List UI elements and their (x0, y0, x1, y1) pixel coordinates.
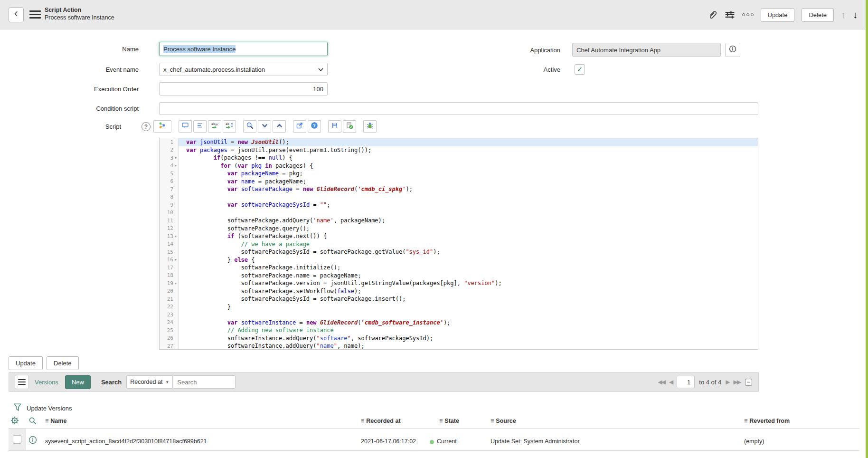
script-code-editor[interactable]: 123▼4▼5678910111213▼141516▼171819▼202122… (159, 138, 758, 350)
open-editor-window-button[interactable] (293, 120, 306, 133)
replace-button[interactable]: abac (208, 120, 221, 133)
list-search-input[interactable] (173, 375, 236, 389)
code-line[interactable]: var softwareInstance = new GlideRecord('… (186, 319, 758, 327)
line-number[interactable]: 15 (160, 248, 178, 256)
breadcrumb[interactable]: Update Versions (27, 405, 72, 412)
name-input[interactable]: Process software Instance (159, 42, 328, 56)
next-record-icon[interactable]: ↓ (853, 10, 858, 20)
line-number[interactable]: 9 (160, 201, 178, 209)
search-column-dropdown[interactable]: Recorded at ▼ (126, 375, 173, 389)
row-preview-info-icon[interactable] (28, 436, 37, 446)
last-page-icon[interactable]: ▶▶ (734, 379, 740, 385)
line-number[interactable]: 25 (160, 326, 178, 334)
versions-list-title[interactable]: Versions (35, 379, 58, 386)
format-code-button[interactable] (193, 120, 207, 133)
application-info-button[interactable] (725, 43, 740, 57)
next-page-icon[interactable]: ▶ (726, 379, 729, 385)
line-number[interactable]: 27 (160, 342, 178, 350)
debug-script-button[interactable] (363, 120, 377, 133)
filter-funnel-icon[interactable] (13, 403, 22, 414)
line-number[interactable]: 2 (160, 146, 178, 154)
code-line[interactable]: softwarePackage.addQuery('name', package… (186, 217, 758, 225)
line-number[interactable]: 13▼ (160, 232, 178, 240)
code-line[interactable] (186, 209, 758, 217)
code-line[interactable]: var name = packageName; (186, 178, 758, 186)
code-line[interactable]: var jsonUtil = new JsonUtil(); (179, 138, 758, 146)
code-line[interactable]: softwarePackage.name = packageName; (186, 272, 758, 280)
additional-actions-menu-icon[interactable] (29, 10, 41, 19)
line-number[interactable]: 5 (160, 170, 178, 178)
code-line[interactable]: softwarePackage.initialize(); (186, 264, 758, 272)
active-checkbox[interactable]: ✓ (575, 64, 585, 75)
fold-marker-icon[interactable]: ▼ (173, 235, 178, 238)
line-number[interactable]: 22 (160, 303, 178, 311)
first-page-icon[interactable]: ◀◀ (658, 379, 665, 385)
column-header-state[interactable]: ≡State (439, 418, 459, 424)
event-name-select[interactable]: x_chef_automate.process.installation (159, 63, 328, 76)
execution-order-input[interactable] (159, 82, 328, 95)
fold-marker-icon[interactable]: ▼ (173, 164, 178, 167)
line-number[interactable]: 10 (160, 209, 178, 217)
line-number[interactable]: 14 (160, 240, 178, 248)
save-script-button[interactable] (328, 120, 341, 133)
line-number[interactable]: 24 (160, 319, 178, 327)
code-line[interactable]: for (var pkg in packages) { (186, 162, 758, 170)
line-number[interactable]: 18 (160, 272, 178, 280)
code-line[interactable]: softwarePackage.setWorkflow(false); (186, 287, 758, 296)
code-line[interactable]: // Adding new software instance (186, 326, 758, 334)
find-previous-button[interactable] (273, 120, 286, 133)
line-number[interactable]: 8 (160, 193, 178, 201)
code-line[interactable]: softwarePackage.version = jsonUtil.getSt… (186, 279, 758, 287)
syntax-tree-button[interactable] (153, 120, 171, 133)
back-button[interactable] (9, 7, 24, 22)
code-line[interactable]: if (softwarePackage.next()) { (186, 232, 758, 240)
code-line[interactable]: softwarePackage.query(); (186, 225, 758, 233)
code-line[interactable]: softwareInstance.addQuery("name", name); (186, 342, 758, 350)
search-code-button[interactable] (243, 120, 256, 133)
condition-script-input[interactable] (159, 102, 758, 115)
code-line[interactable]: softwareInstance.addQuery("software", so… (186, 334, 758, 343)
fold-marker-icon[interactable]: ▼ (173, 258, 178, 261)
new-version-button[interactable]: New (65, 375, 91, 389)
code-line[interactable]: } (186, 303, 758, 311)
personalize-form-sliders-icon[interactable] (725, 10, 735, 19)
update-button-header[interactable]: Update (761, 8, 795, 22)
code-line[interactable]: } else { (186, 256, 758, 264)
code-line[interactable]: softwarePackageSysId = softwarePackage.g… (186, 248, 758, 256)
column-header-source[interactable]: ≡Source (491, 418, 516, 424)
editor-help-button[interactable]: ? (308, 120, 321, 133)
check-syntax-button[interactable] (343, 120, 356, 133)
line-number[interactable]: 4▼ (160, 162, 178, 170)
source-link[interactable]: Update Set: System Administrator (491, 438, 580, 445)
list-gear-icon[interactable] (10, 416, 19, 427)
list-search-icon[interactable] (28, 417, 37, 427)
previous-page-icon[interactable]: ◀ (669, 379, 672, 385)
attachment-paperclip-icon[interactable] (708, 10, 717, 19)
line-number[interactable]: 23 (160, 311, 178, 319)
version-name-link[interactable]: sysevent_script_action_8acd4f2d2f303010f… (45, 438, 207, 445)
line-number[interactable]: 12 (160, 225, 178, 233)
page-number-input[interactable] (677, 376, 695, 388)
toggle-comment-button[interactable] (179, 120, 192, 133)
fold-marker-icon[interactable]: ▼ (173, 156, 178, 160)
line-number[interactable]: 11 (160, 217, 178, 225)
code-line[interactable]: // we have a package (186, 240, 758, 248)
update-button-footer[interactable]: Update (9, 356, 43, 370)
column-header-recorded-at[interactable]: ≡Recorded at (361, 418, 401, 424)
line-number[interactable]: 19▼ (160, 279, 178, 287)
line-number[interactable]: 16▼ (160, 256, 178, 264)
code-line[interactable]: if(packages !== null) { (186, 154, 758, 162)
code-line[interactable]: var packages = jsonUtil.parse(event.parm… (186, 146, 758, 154)
fold-marker-icon[interactable]: ▼ (173, 282, 178, 285)
replace-all-button[interactable]: ab (223, 120, 236, 133)
code-line[interactable]: var softwarePackageSysId = ""; (186, 201, 758, 209)
column-header-name[interactable]: ≡Name (45, 418, 66, 424)
line-number[interactable]: 1 (160, 138, 178, 146)
code-line[interactable]: var softwarePackage = new GlideRecord('c… (186, 185, 758, 193)
line-number[interactable]: 6 (160, 178, 178, 186)
column-header-reverted-from[interactable]: ≡Reverted from (744, 418, 790, 424)
code-line[interactable]: softwarePackageSysId = softwarePackage.i… (186, 295, 758, 303)
delete-button-footer[interactable]: Delete (47, 356, 79, 370)
line-number[interactable]: 17 (160, 264, 178, 272)
line-number[interactable]: 20 (160, 287, 178, 296)
